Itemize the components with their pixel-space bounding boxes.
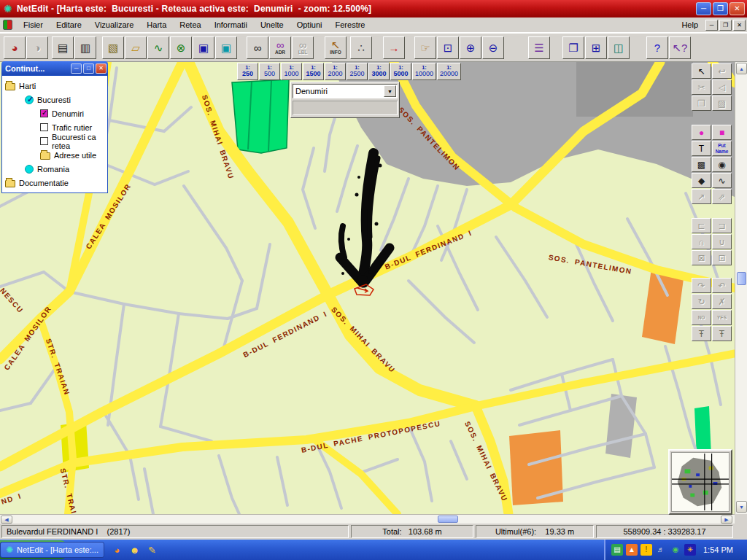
fit-width-button[interactable]: ◫: [608, 36, 630, 59]
select-tool-button[interactable]: ↖: [692, 63, 711, 79]
footprints-button[interactable]: ∴: [350, 36, 372, 59]
chevron-down-icon[interactable]: ▼: [384, 85, 396, 97]
security-shield-icon[interactable]: !: [640, 544, 652, 556]
antivirus-icon[interactable]: ◉: [670, 544, 681, 556]
cut-button[interactable]: ✂: [692, 79, 711, 95]
help-button[interactable]: ?: [646, 36, 668, 59]
merge-down-button[interactable]: ∩: [692, 234, 711, 249]
copy-button[interactable]: ❐: [692, 96, 711, 111]
draw-polygon-button[interactable]: ◆: [692, 173, 711, 188]
merge-up-button[interactable]: ∪: [712, 234, 732, 249]
route-curve-a-button[interactable]: ↷: [692, 278, 711, 293]
route-curve-b-button[interactable]: ↶: [712, 278, 732, 293]
scroll-down-icon[interactable]: ▼: [736, 501, 747, 513]
draw-ellipse-button[interactable]: ◉: [712, 157, 732, 172]
panel-close-button[interactable]: ✕: [96, 63, 107, 74]
tree-item-icon[interactable]: [5, 83, 15, 90]
add-network-button[interactable]: ∿: [147, 36, 169, 59]
scale-button[interactable]: 1: 250: [237, 63, 258, 80]
split-left-button[interactable]: ⊠: [692, 250, 711, 265]
menu-item[interactable]: Ferestre: [329, 18, 372, 31]
tile-windows-button[interactable]: ⊞: [585, 36, 607, 59]
horizontal-scrollbar[interactable]: ◀ ▶: [0, 514, 735, 524]
text-tool-button[interactable]: T: [692, 141, 711, 156]
scale-button[interactable]: 1: 3000: [368, 63, 390, 80]
put-name-button[interactable]: Put Name: [712, 141, 732, 156]
horizontal-scrollbar-thumb[interactable]: [438, 516, 458, 523]
map-document-icon[interactable]: [3, 20, 12, 30]
align-right-button[interactable]: ⊐: [712, 218, 732, 233]
tree-item[interactable]: Bucuresti ca retea: [2, 134, 107, 148]
draw-point-button[interactable]: ●: [692, 125, 711, 140]
tree-item-icon[interactable]: [5, 180, 15, 187]
menu-item[interactable]: Unelte: [254, 18, 290, 31]
menu-item[interactable]: Vizualizare: [88, 18, 141, 31]
menu-item-help[interactable]: Help: [674, 18, 705, 31]
scroll-right-icon[interactable]: ▶: [721, 516, 732, 524]
map-canvas[interactable]: SOS. MIHAI BRAVU CALEA MOSILOR NESCU CAL…: [0, 62, 735, 514]
pan-hand-button[interactable]: ☞: [414, 36, 436, 59]
tree-item[interactable]: Documentatie: [2, 176, 107, 190]
tree-item-icon[interactable]: [25, 96, 34, 104]
firefox-icon[interactable]: ◕: [111, 544, 123, 556]
update-icon[interactable]: ▲: [626, 544, 638, 556]
print-page-button[interactable]: ▥: [74, 36, 96, 59]
menu-item[interactable]: Retea: [173, 18, 207, 31]
panel-minimize-button[interactable]: ─: [71, 63, 82, 74]
zoom-out-button[interactable]: ⊖: [482, 36, 504, 59]
save-as-button[interactable]: ▣: [215, 36, 237, 59]
align-left-button[interactable]: ⊏: [692, 218, 711, 233]
scroll-left-icon[interactable]: ◀: [1, 516, 12, 524]
print-button[interactable]: ▤: [52, 36, 74, 59]
panel-maximize-button[interactable]: □: [83, 63, 94, 74]
jump-button[interactable]: →: [383, 36, 405, 59]
restore-button[interactable]: ❐: [713, 2, 728, 15]
vertical-scrollbar[interactable]: ▲ ▼: [735, 62, 747, 514]
split-right-button[interactable]: ⊡: [712, 250, 732, 265]
scale-button[interactable]: 1: 5000: [390, 63, 411, 80]
tree-item[interactable]: Denumiri: [2, 106, 107, 120]
hatch-button[interactable]: ▨: [712, 96, 732, 111]
menu-item[interactable]: Fisier: [17, 18, 50, 31]
menu-item[interactable]: Editare: [50, 18, 88, 31]
messenger-icon[interactable]: ☻: [128, 544, 141, 556]
close-button[interactable]: ✕: [729, 2, 745, 15]
vertical-scrollbar-thumb[interactable]: [737, 272, 746, 285]
mdi-minimize-button[interactable]: ─: [705, 20, 718, 31]
tree-item-icon[interactable]: [40, 152, 50, 160]
info-pointer-button[interactable]: ↖ INFO: [325, 36, 347, 59]
tree-item-icon[interactable]: [40, 137, 48, 145]
menu-item[interactable]: Optiuni: [290, 18, 329, 31]
zoom-in-button[interactable]: ⊕: [460, 36, 481, 59]
wireless-icon[interactable]: ✳: [684, 544, 696, 556]
remove-network-button[interactable]: ⊗: [170, 36, 192, 59]
cascade-windows-button[interactable]: ❐: [562, 36, 584, 59]
scale-button[interactable]: 1: 500: [259, 63, 280, 80]
copy-map-button[interactable]: ◑: [26, 36, 48, 59]
find-button[interactable]: ∞: [247, 36, 268, 59]
tree-item[interactable]: Adrese utile: [2, 148, 107, 162]
scale-button[interactable]: 1: 10000: [412, 63, 436, 80]
scroll-up-icon[interactable]: ▲: [736, 63, 747, 74]
scale-button[interactable]: 1: 1500: [303, 63, 324, 80]
scale-button[interactable]: 1: 20000: [437, 63, 461, 80]
network-select[interactable]: Denumiri ▼: [293, 84, 398, 98]
volume-icon[interactable]: ♬: [655, 544, 667, 556]
save-button[interactable]: ▣: [193, 36, 214, 59]
draw-square-button[interactable]: ■: [712, 125, 732, 140]
draw-polyline-button[interactable]: ∿: [712, 173, 732, 188]
undo-button[interactable]: ↩: [712, 63, 732, 79]
tree-item[interactable]: Bucuresti: [2, 93, 107, 106]
signal-b-button[interactable]: Ŧ: [712, 326, 732, 341]
overview-minimap[interactable]: [668, 449, 732, 515]
mdi-restore-button[interactable]: ❐: [719, 20, 732, 31]
clock[interactable]: 1:54 PM: [703, 545, 733, 554]
open-map-button[interactable]: ◕: [4, 36, 26, 59]
signal-a-button[interactable]: Ŧ: [692, 326, 711, 341]
tree-item-icon[interactable]: [40, 123, 48, 131]
pen-icon[interactable]: ✎: [146, 544, 158, 556]
scale-button[interactable]: 1: 2500: [347, 63, 368, 80]
legend-table-button[interactable]: ☰: [528, 36, 550, 59]
tree-item-icon[interactable]: [40, 109, 48, 117]
find-label-button[interactable]: ∞ LBL: [292, 36, 314, 59]
